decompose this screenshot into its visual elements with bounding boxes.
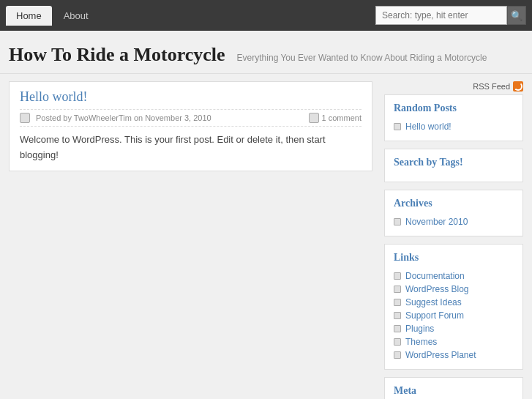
widget-item: WordPress Planet: [394, 348, 514, 362]
top-navigation: Home About 🔍: [0, 0, 532, 31]
nav-tab-about[interactable]: About: [53, 6, 99, 26]
bullet-icon: [394, 351, 401, 359]
widget-title-meta: Meta: [394, 385, 514, 397]
post-title-link[interactable]: Hello world!: [20, 89, 87, 104]
comment-icon: [309, 113, 319, 123]
link-themes[interactable]: Themes: [405, 337, 437, 347]
post-comment-count: 1 comment: [309, 113, 361, 123]
widget-archives: Archives November 2010: [384, 190, 523, 236]
widget-link[interactable]: Hello world!: [405, 122, 452, 132]
widget-links: Links Documentation WordPress Blog Sugge…: [384, 244, 523, 370]
post-title: Hello world!: [20, 89, 361, 105]
widget-title-random-posts: Random Posts: [394, 102, 514, 114]
post: Hello world! Posted by TwoWheelerTim on …: [9, 81, 372, 171]
post-content: Welcome to WordPress. This is your first…: [20, 133, 361, 163]
post-meta: Posted by TwoWheelerTim on November 3, 2…: [20, 109, 361, 127]
bullet-icon: [394, 299, 401, 306]
link-wordpress-blog[interactable]: WordPress Blog: [405, 284, 468, 294]
widget-item: WordPress Blog: [394, 283, 514, 296]
link-wordpress-planet[interactable]: WordPress Planet: [405, 350, 476, 360]
bullet-icon: [394, 312, 401, 319]
bullet-icon: [394, 218, 401, 225]
nav-tabs: Home About: [6, 6, 99, 26]
widget-item: Support Forum: [394, 309, 514, 322]
link-documentation[interactable]: Documentation: [405, 271, 465, 281]
bullet-icon: [394, 286, 401, 293]
rss-bar: RSS Feed: [384, 81, 523, 92]
search-icon: 🔍: [511, 10, 522, 21]
content-wrapper: Hello world! Posted by TwoWheelerTim on …: [0, 74, 532, 399]
site-tagline: Everything You Ever Wanted to Know About…: [237, 53, 487, 63]
comment-label: 1 comment: [322, 113, 361, 122]
widget-item: November 2010: [394, 215, 514, 228]
search-button[interactable]: 🔍: [507, 6, 526, 25]
widget-title-links: Links: [394, 252, 514, 264]
link-support-forum[interactable]: Support Forum: [405, 310, 464, 321]
widget-item: Documentation: [394, 269, 514, 283]
widget-meta: Meta Log in: [384, 377, 523, 399]
widget-item: Hello world!: [394, 120, 514, 133]
widget-item: Suggest Ideas: [394, 296, 514, 309]
sidebar: RSS Feed Random Posts Hello world! Searc…: [384, 81, 523, 399]
widget-title-tags: Search by Tags!: [394, 157, 514, 168]
widget-title-archives: Archives: [394, 198, 514, 209]
link-plugins[interactable]: Plugins: [405, 324, 434, 334]
archive-link[interactable]: November 2010: [405, 217, 468, 227]
site-title: How To Ride a Motorcycle: [9, 44, 225, 66]
main-content: Hello world! Posted by TwoWheelerTim on …: [9, 81, 372, 399]
bullet-icon: [394, 272, 401, 280]
widget-search-tags: Search by Tags!: [384, 149, 523, 182]
rss-label: RSS Feed: [473, 82, 510, 91]
post-author-date: Posted by TwoWheelerTim on November 3, 2…: [36, 113, 211, 122]
rss-icon: [513, 81, 523, 92]
bullet-icon: [394, 325, 401, 332]
nav-tab-home[interactable]: Home: [6, 6, 52, 26]
bullet-icon: [394, 123, 401, 130]
post-meta-icon: [20, 113, 30, 123]
bullet-icon: [394, 338, 401, 346]
search-area: 🔍: [375, 6, 526, 25]
search-input[interactable]: [375, 6, 507, 25]
site-header: How To Ride a Motorcycle Everything You …: [0, 31, 532, 74]
page-wrapper: How To Ride a Motorcycle Everything You …: [0, 31, 532, 399]
link-suggest-ideas[interactable]: Suggest Ideas: [405, 297, 462, 307]
widget-item: Plugins: [394, 322, 514, 335]
widget-item: Themes: [394, 335, 514, 348]
widget-random-posts: Random Posts Hello world!: [384, 94, 523, 141]
